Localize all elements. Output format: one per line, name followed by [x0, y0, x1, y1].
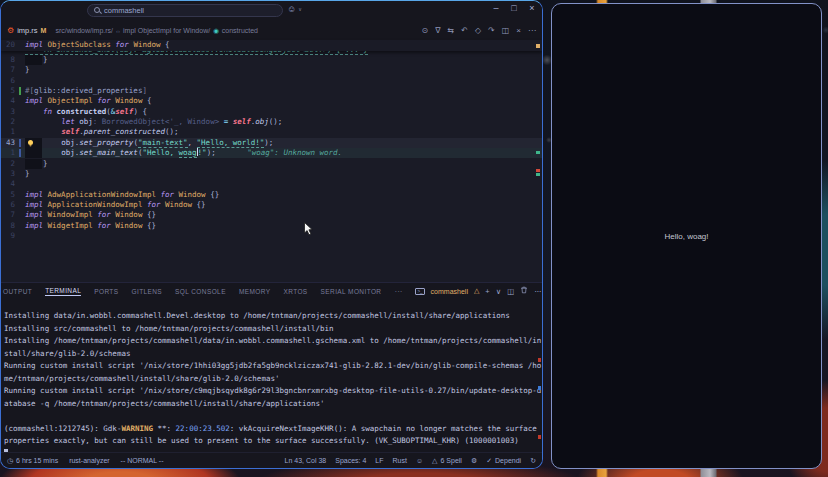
more-icon[interactable]: ⋯: [534, 287, 542, 296]
terminal-icon: >_: [415, 287, 424, 296]
line-number: 1: [1, 148, 15, 158]
line-number: 6: [1, 76, 15, 86]
breadcrumb-segment[interactable]: impl ObjectImpl for Window/: [123, 27, 210, 34]
breadcrumb-segment[interactable]: constructed: [222, 27, 258, 34]
code-line[interactable]: 8 }: [1, 55, 542, 65]
code-line[interactable]: 4: [1, 179, 542, 189]
code-line[interactable]: 3}: [1, 169, 542, 179]
panel-tab-terminal[interactable]: TERMINAL: [45, 287, 81, 296]
panel-tab-sql-console[interactable]: SQL CONSOLE: [175, 288, 226, 295]
line-number: 8: [1, 55, 15, 65]
nav-circle-icon[interactable]: ◇: [475, 26, 481, 35]
status-item-spaces-4[interactable]: Spaces: 4: [335, 457, 366, 464]
code-line[interactable]: 43 obj.set_property("main-text", "Hello,…: [1, 138, 542, 148]
account-icon: ☺: [287, 4, 296, 14]
code-icon: ‹›: [116, 28, 120, 34]
code-line[interactable]: 5impl AdwApplicationWindowImpl for Windo…: [1, 190, 542, 200]
line-number: 4: [1, 96, 15, 106]
status-item-dependi[interactable]: ✓Dependi: [486, 457, 521, 465]
line-number: 8: [1, 221, 15, 231]
code-line[interactable]: fn instance_init(obj: &glib::subclass::I…: [1, 51, 542, 55]
minimize-button[interactable]: –: [490, 3, 502, 13]
code-line[interactable]: 6impl ApplicationWindowImpl for Window {…: [1, 200, 542, 210]
code-line[interactable]: 4impl ObjectImpl for Window {: [1, 96, 542, 106]
line-number: 3: [1, 107, 15, 117]
panel-tab-ports[interactable]: PORTS: [94, 288, 118, 295]
panel-tab-memory[interactable]: MEMORY: [239, 288, 271, 295]
line-number: 7: [1, 65, 15, 75]
status-item-smiley[interactable]: ☺: [416, 457, 423, 464]
panel-tab-output[interactable]: OUTPUT: [3, 288, 32, 295]
status-item-6-hrs-15-mins[interactable]: ◷6 hrs 15 mins: [7, 457, 58, 465]
line-number: 20: [1, 40, 15, 50]
maximize-button[interactable]: □: [508, 3, 520, 13]
lock-icon[interactable]: ⊙: [421, 26, 428, 35]
code-line[interactable]: 6: [1, 76, 542, 86]
terminal-line: Running custom install script '/nix/stor…: [4, 386, 541, 395]
sticky-scroll-line[interactable]: 20impl ObjectSubclass for Window {: [1, 40, 542, 51]
panel-tab-gitlens[interactable]: GITLENS: [131, 288, 162, 295]
plus-icon[interactable]: +: [485, 287, 489, 296]
terminal-line: properties exactly, but can still be use…: [4, 436, 519, 445]
code-line[interactable]: 5#[glib::derived_properties]: [1, 86, 542, 96]
split-editor-icon[interactable]: ◫: [507, 287, 514, 296]
tab-imp-rs[interactable]: imp.rs: [17, 26, 37, 35]
terminal-output[interactable]: Installing data/in.wobbl.commashell.Deve…: [1, 299, 542, 453]
status-item-rust[interactable]: Rust: [393, 457, 407, 464]
breadcrumb[interactable]: src/window/imp.rs/‹›impl ObjectImpl for …: [55, 27, 258, 35]
status-item-rust-analyzer[interactable]: rust-analyzer: [69, 457, 109, 464]
code-line[interactable]: 20impl ObjectSubclass for Window {: [1, 40, 542, 50]
panel-tab-xrtos[interactable]: XRTOS: [283, 288, 307, 295]
git-compare-icon[interactable]: ⇆: [448, 26, 455, 35]
terminal-line: atabase -q /home/tntman/projects/commash…: [4, 399, 325, 408]
status-item--normal-[interactable]: -- NORMAL --: [121, 457, 164, 464]
panel-tab-serial-monitor[interactable]: SERIAL MONITOR: [321, 288, 382, 295]
status-label: Dependi: [495, 457, 521, 464]
close-button[interactable]: ×: [526, 3, 538, 13]
status-item-lf[interactable]: LF: [375, 457, 383, 464]
line-number: 1: [1, 127, 15, 137]
code-line[interactable]: 2 let obj: BorrowedObject<'_, Window> = …: [1, 117, 542, 127]
smiley-icon: ☺: [416, 457, 423, 464]
code-line[interactable]: 3 fn constructed(&self) {: [1, 107, 542, 117]
warning-icon: △: [432, 457, 437, 465]
line-number: 6: [1, 200, 15, 210]
nav-back-icon[interactable]: ↶: [461, 26, 468, 35]
more-icon[interactable]: ⋯: [528, 26, 536, 35]
split-editor-icon[interactable]: ◫: [502, 26, 510, 35]
search-icon: [94, 6, 100, 15]
line-number: 3: [1, 169, 15, 179]
command-center[interactable]: commashell: [87, 4, 283, 17]
code-line[interactable]: 7impl WindowImpl for Window {}: [1, 210, 542, 220]
code-line[interactable]: 1 self.parent_constructed();: [1, 127, 542, 137]
terminal-session-label[interactable]: commashell: [431, 288, 468, 295]
method-icon: ◉: [213, 27, 219, 35]
trash-icon[interactable]: [520, 286, 528, 296]
code-line[interactable]: 8impl WidgetImpl for Window {}: [1, 221, 542, 231]
close-icon[interactable]: ×: [516, 26, 521, 35]
line-number: 43: [1, 138, 15, 148]
account-button[interactable]: ☺ ∨: [287, 4, 302, 14]
code-line[interactable]: 9: [1, 231, 542, 241]
code-editor[interactable]: 20impl ObjectSubclass for Window { fn in…: [1, 40, 542, 282]
nav-forward-icon[interactable]: ↷: [488, 26, 495, 35]
breadcrumb-segment[interactable]: src/window/imp.rs/: [55, 27, 113, 34]
status-item-6-spell[interactable]: △6 Spell: [432, 457, 462, 465]
line-number: 2: [1, 117, 15, 127]
status-item-ln-43-col-38[interactable]: Ln 43, Col 38: [285, 457, 327, 464]
status-label: LF: [375, 457, 383, 464]
filter-icon[interactable]: ∇: [435, 26, 440, 35]
code-line[interactable]: 1 obj.set_main_text("Hello, woag!"); "wo…: [1, 148, 542, 158]
chevron-down-icon[interactable]: ∨: [496, 287, 502, 296]
code-line[interactable]: 2 }: [1, 159, 542, 169]
status-label: 6 Spell: [440, 457, 461, 464]
terminal-line: stall/share/glib-2.0/schemas: [4, 349, 130, 358]
more-tabs-icon[interactable]: ···: [394, 287, 402, 296]
code-line[interactable]: 7}: [1, 65, 542, 75]
line-number: 5: [1, 190, 15, 200]
status-bar: ◷6 hrs 15 minsrust-analyzer-- NORMAL -- …: [1, 452, 542, 468]
status-item-sync[interactable]: ↻: [530, 457, 536, 465]
check-icon: ✓: [486, 457, 492, 465]
app-window-commashell: Hello, woag!: [551, 3, 822, 469]
status-item-gear[interactable]: ⚙: [471, 457, 477, 465]
